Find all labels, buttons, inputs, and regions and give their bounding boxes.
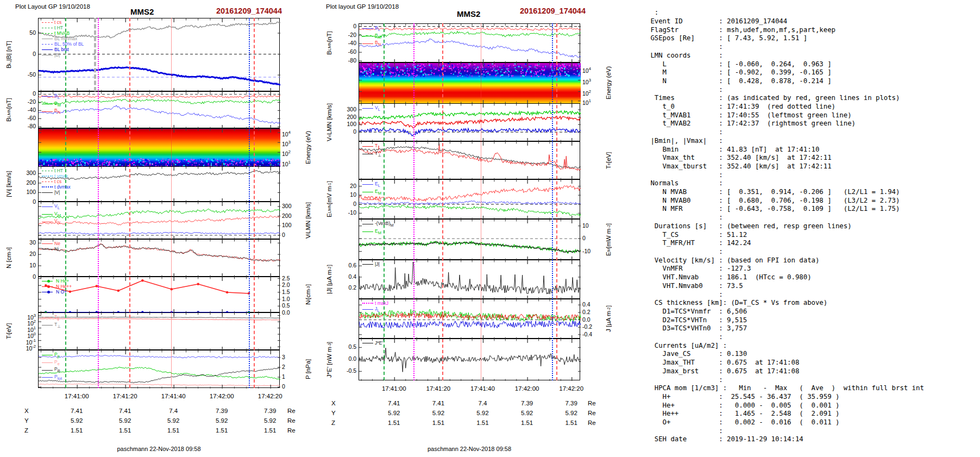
plot-legend: -(VexB)MEM xyxy=(362,221,394,235)
ephemeris-value: 7.41 xyxy=(119,408,131,414)
plot-panel-middle: Plot layout GP 19/10/2018 MMS2 20161209_… xyxy=(321,0,646,457)
ephemeris-value: 7.39 xyxy=(264,408,276,414)
plot-legend: BLBMBN xyxy=(42,93,61,115)
event-line-cs-left-red xyxy=(129,18,130,388)
plot-panel-left: Plot Layout GP 19/10/2018 MMS2 20161209_… xyxy=(0,0,318,457)
plot-legend: t HTt vmaxt cst dvmax|V| xyxy=(42,168,71,195)
event-line-cs-right-red xyxy=(556,23,557,380)
y-tick-label-right: 200 xyxy=(282,213,292,219)
plot-legend: PpPePBPtot xyxy=(42,352,62,381)
y-axis-label: ELMN [mV m-1] xyxy=(325,180,333,218)
y-axis-label: BLMN [nT] xyxy=(5,92,12,128)
time-tick-label: 17:42:20 xyxy=(258,393,282,399)
y-tick-label: 0.5 xyxy=(348,344,356,350)
y-tick-label: -0.5 xyxy=(347,368,356,374)
y-tick-label-right: 10 xyxy=(582,223,589,229)
plot-vi-lmn: 3002001000Vi LMN [km/s]VLVMVN xyxy=(38,202,280,239)
ephemeris-value: 5.92 xyxy=(119,417,131,424)
ephemeris-row-label: X xyxy=(331,400,336,406)
y-tick-label: 0 xyxy=(33,274,36,280)
ephemeris-value: 7.39 xyxy=(216,408,228,414)
plot-ion-spectrogram: 104103102101Energy (eV) xyxy=(38,128,280,166)
y-tick-label: 200 xyxy=(347,114,356,120)
y-tick-label-right: 101 xyxy=(282,159,291,167)
plot-legend: T∥T⊥ xyxy=(42,314,61,329)
ephemeris-value: 7.41 xyxy=(71,408,83,414)
y-tick-label: -20 xyxy=(348,32,356,38)
ephemeris-unit: Re xyxy=(287,427,296,434)
ephemeris-value: 1.51 xyxy=(432,420,444,426)
event-line-t-maxj-magenta xyxy=(98,18,99,388)
y-tick-label: -80 xyxy=(28,123,36,129)
y-axis-label-right: P [nPa] xyxy=(304,350,312,387)
y-axis-label: |J| [µA m-2] xyxy=(325,260,333,298)
event-id-label: 20161209_174044 xyxy=(216,7,282,15)
y-tick-label: 0 xyxy=(353,201,356,207)
plot-legend: VL xyxy=(362,105,380,112)
plot-b-lmn: 0-20-40-60-80BLMN [nT]BLBMBN xyxy=(359,23,580,62)
ephemeris-value: 1.51 xyxy=(565,420,577,426)
y-tick-label-right: 2.5 xyxy=(282,276,290,281)
event-line-cs-left-red xyxy=(442,23,443,380)
plot-legend: |J| xyxy=(362,261,380,267)
y-tick-label: 0.6 xyxy=(348,262,356,268)
y-tick-label-right: 0.5 xyxy=(282,303,290,309)
time-tick-label: 17:41:00 xyxy=(382,385,406,392)
y-tick-label: 100 xyxy=(26,189,36,195)
mms-event-viewer: Plot Layout GP 19/10/2018 MMS2 20161209_… xyxy=(0,0,980,457)
plot-ve-lmn: 3002001000Ve LMN [km/s]VL xyxy=(359,103,580,141)
plot-legend: J*E' xyxy=(362,340,383,346)
y-tick-label: 0 xyxy=(33,199,36,205)
y-tick-label-right: 0.4 xyxy=(582,302,590,308)
y-tick-label: 0 xyxy=(33,51,36,57)
event-line-t-dvmax-blue xyxy=(249,18,250,388)
y-tick-label-right: 104 xyxy=(582,66,591,74)
event-line-t0-red-dotted xyxy=(171,18,172,388)
ephemeris-value: 5.92 xyxy=(432,410,444,416)
y-tick-label-right: 103 xyxy=(282,139,291,147)
y-tick-label-right: 2.0 xyxy=(282,282,290,288)
time-tick-label: 17:42:00 xyxy=(210,393,234,399)
y-tick-label-right: 1.5 xyxy=(282,289,290,295)
y-tick-label-right: 0 xyxy=(282,232,285,238)
ephemeris-row-label: Y xyxy=(24,417,29,424)
plot-layout-note: Plot Layout GP 19/10/2018 xyxy=(15,3,90,10)
ephemeris-unit: Re xyxy=(287,417,296,424)
event-line-t-mvab1-green xyxy=(65,18,66,388)
y-tick-label: 300 xyxy=(347,107,356,112)
plot-legend: ELEMEN xyxy=(362,181,381,203)
y-tick-label-right: -0.2 xyxy=(582,324,592,330)
y-tick-label-right: 0.0 xyxy=(582,317,590,323)
ephemeris-value: 1.51 xyxy=(119,427,131,434)
y-tick-label: -40 xyxy=(28,107,36,113)
ephemeris-row-label: Y xyxy=(331,410,336,416)
ephemeris-unit: Re xyxy=(588,410,596,416)
event-line-t-dvmax-blue xyxy=(552,23,553,380)
ephemeris-value: 7.39 xyxy=(521,400,533,406)
ephemeris-value: 1.51 xyxy=(216,427,228,434)
y-tick-label-right: 103 xyxy=(582,77,591,85)
y-tick-label: -80 xyxy=(348,58,356,64)
ephemeris-value: 1.51 xyxy=(521,420,533,426)
time-axis-labels: 17:41:0017:41:2017:41:4017:42:0017:42:20 xyxy=(38,393,280,402)
y-tick-label: 10 xyxy=(350,192,356,198)
plot-density: 3020100N [cm-3]NeNi xyxy=(38,239,280,277)
plot-j-lmn: 0.40.20.0-0.2-0.4J [µA m-2]t maxJJL xyxy=(359,299,580,339)
plot-ti: 10310210110010-110-2Ti [eV]T∥T⊥ xyxy=(38,312,280,350)
ephemeris-unit: Re xyxy=(588,400,596,406)
ephemeris-row-label: Z xyxy=(24,427,28,434)
y-tick-label: 0.4 xyxy=(348,274,356,280)
plot-legend: VLVMVN xyxy=(42,203,61,226)
plot-legend: NeNi xyxy=(42,241,60,252)
y-tick-label: -60 xyxy=(348,49,356,55)
y-tick-label: -50 xyxy=(28,72,36,78)
y-tick-label: -10 xyxy=(348,210,356,216)
y-axis-label: |Vi| [km/s] xyxy=(5,167,12,201)
ephemeris-value: 5.92 xyxy=(264,417,276,424)
ephemeris-value: 5.92 xyxy=(521,410,533,416)
event-line-t-mvab1-green xyxy=(384,23,385,380)
plot-e-lmn: 20100-10ELMN [mV m-1]ELEMEN xyxy=(359,179,580,219)
ephemeris-value: 5.92 xyxy=(71,417,83,424)
time-tick-label: 17:41:40 xyxy=(470,385,495,392)
plot-e-spectrogram: 104103102101Energy (eV) xyxy=(359,62,580,103)
